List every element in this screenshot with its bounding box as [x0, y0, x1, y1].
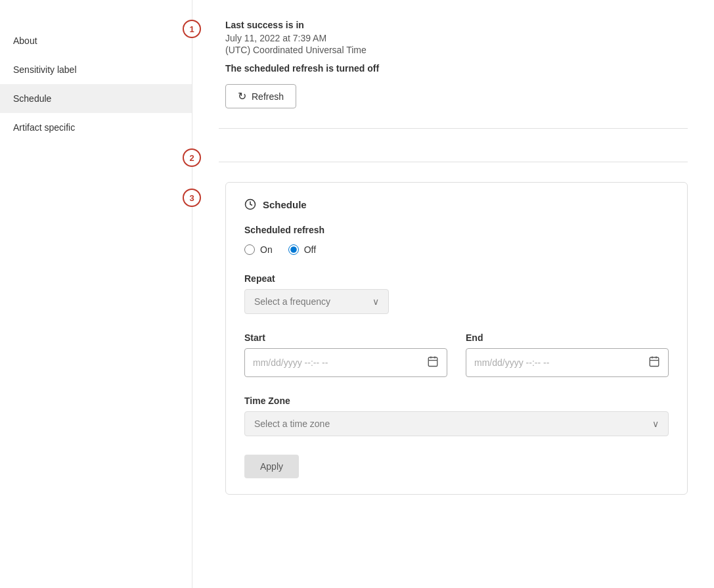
radio-on-input[interactable] — [244, 244, 255, 255]
schedule-title-label: Schedule — [263, 199, 307, 210]
schedule-card-title: Schedule — [244, 198, 669, 210]
end-date-placeholder: mm/dd/yyyy --:-- -- — [474, 357, 549, 368]
repeat-label: Repeat — [244, 273, 669, 284]
last-success-tz: (UTC) Coordinated Universal Time — [225, 45, 688, 55]
timezone-placeholder: Select a time zone — [254, 418, 330, 429]
main-content: 1 Last success is in July 11, 2022 at 7:… — [192, 0, 714, 588]
timezone-label: Time Zone — [244, 396, 669, 406]
section-3: 3 Schedule Scheduled refresh — [219, 182, 688, 495]
step-2-circle: 2 — [183, 148, 201, 167]
start-label: Start — [244, 332, 447, 343]
apply-button[interactable]: Apply — [244, 455, 299, 478]
svg-rect-1 — [428, 357, 437, 367]
apply-button-label: Apply — [260, 461, 283, 472]
section-2: 2 — [219, 148, 688, 162]
sidebar-item-sensitivity-label[interactable]: Sensitivity label — [0, 55, 192, 84]
date-row: Start mm/dd/yyyy --:-- -- — [244, 332, 669, 377]
refresh-button[interactable]: ↻ Refresh — [225, 84, 296, 108]
frequency-chevron-icon: ∨ — [372, 296, 379, 307]
radio-off-input[interactable] — [288, 244, 299, 255]
last-success-date: July 11, 2022 at 7:39 AM — [225, 33, 688, 43]
refresh-status: The scheduled refresh is turned off — [225, 63, 688, 74]
last-success-title: Last success is in — [225, 20, 688, 30]
end-calendar-icon — [648, 355, 660, 370]
refresh-button-label: Refresh — [252, 91, 284, 102]
radio-off-option[interactable]: Off — [288, 244, 316, 255]
start-date-input[interactable]: mm/dd/yyyy --:-- -- — [244, 348, 447, 377]
start-date-placeholder: mm/dd/yyyy --:-- -- — [253, 357, 328, 368]
start-calendar-icon — [427, 355, 439, 370]
svg-rect-5 — [650, 357, 659, 367]
schedule-card: Schedule Scheduled refresh On Off — [225, 182, 688, 495]
refresh-icon: ↻ — [238, 90, 246, 102]
timezone-select[interactable]: Select a time zone ∨ — [244, 411, 669, 436]
step-3-circle: 3 — [183, 189, 201, 207]
radio-group: On Off — [244, 244, 669, 255]
sidebar-item-schedule[interactable]: Schedule — [0, 84, 192, 113]
section-1: 1 Last success is in July 11, 2022 at 7:… — [219, 20, 688, 129]
step-1-circle: 1 — [183, 20, 201, 38]
end-date-input[interactable]: mm/dd/yyyy --:-- -- — [466, 348, 669, 377]
timezone-chevron-icon: ∨ — [652, 418, 659, 429]
radio-off-label: Off — [304, 244, 316, 255]
frequency-placeholder: Select a frequency — [254, 296, 330, 307]
sidebar-item-artifact-specific[interactable]: Artifact specific — [0, 113, 192, 142]
sidebar: AboutSensitivity labelScheduleArtifact s… — [0, 0, 192, 588]
radio-on-label: On — [260, 244, 273, 255]
clock-icon — [244, 198, 256, 210]
frequency-select[interactable]: Select a frequency ∨ — [244, 289, 389, 314]
scheduled-refresh-label: Scheduled refresh — [244, 225, 669, 235]
radio-on-option[interactable]: On — [244, 244, 273, 255]
end-field: End mm/dd/yyyy --:-- -- — [466, 332, 669, 377]
end-label: End — [466, 332, 669, 343]
sidebar-item-about[interactable]: About — [0, 26, 192, 55]
start-field: Start mm/dd/yyyy --:-- -- — [244, 332, 447, 377]
